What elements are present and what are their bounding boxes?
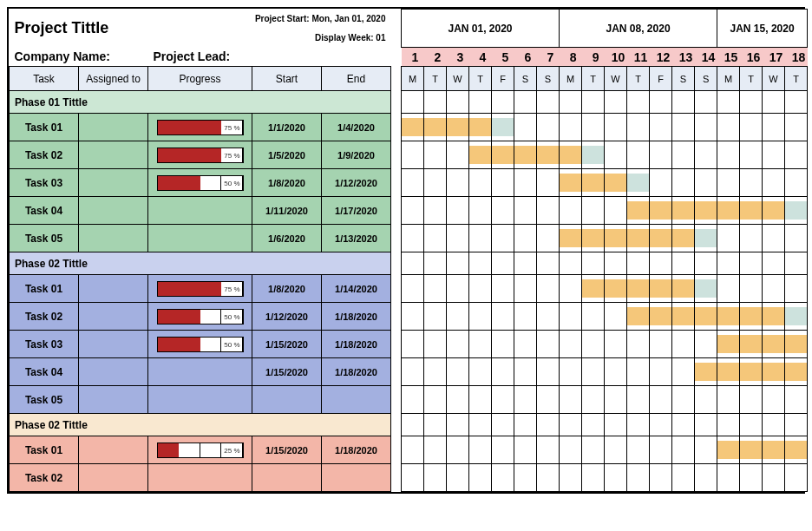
- progress-bar: 75 %: [157, 281, 244, 297]
- calendar-cell: [537, 252, 560, 275]
- task-name: Task 01: [10, 275, 79, 303]
- calendar-cell: [537, 464, 560, 492]
- assigned-to: [79, 275, 148, 303]
- calendar-cell: [650, 252, 672, 275]
- calendar-cell: [492, 414, 514, 436]
- week-header: JAN 01, 2020: [402, 10, 560, 48]
- calendar-cell: [537, 358, 560, 386]
- calendar-cell: [605, 303, 627, 331]
- calendar-cell: [582, 169, 605, 197]
- task-name: Task 02: [10, 141, 79, 169]
- calendar-cell: [492, 358, 514, 386]
- calendar-cell: [424, 197, 447, 225]
- calendar-cell: [537, 386, 560, 414]
- calendar-cell: [492, 114, 514, 141]
- start-date: 1/12/2020: [252, 303, 322, 331]
- task-name: Task 01: [10, 436, 79, 464]
- progress-label: 75 %: [224, 285, 239, 292]
- calendar-cell: [447, 436, 469, 464]
- calendar-cell: [740, 331, 763, 358]
- calendar-cell: [695, 464, 717, 492]
- calendar-cell: [492, 197, 514, 225]
- column-header-assigned: Assigned to: [79, 67, 148, 91]
- progress-label: 75 %: [224, 123, 239, 131]
- progress-cell: 75 %: [148, 141, 252, 169]
- calendar-cell: [560, 303, 582, 331]
- calendar-cell: [717, 169, 740, 197]
- calendar-cell: [537, 114, 560, 141]
- calendar-cell: [627, 197, 650, 225]
- end-date: 1/4/2020: [322, 114, 391, 141]
- calendar-cell: [469, 225, 492, 252]
- calendar-cell: [447, 141, 469, 169]
- task-name: Task 01: [10, 114, 79, 141]
- day-letter: M: [717, 67, 740, 91]
- calendar-cell: [695, 252, 717, 275]
- calendar-cell: [537, 169, 560, 197]
- calendar-cell: [650, 91, 672, 114]
- calendar-cell: [402, 169, 424, 197]
- calendar-cell: [763, 358, 785, 386]
- calendar-cell: [695, 331, 717, 358]
- assigned-to: [79, 464, 148, 492]
- calendar-cell: [672, 114, 695, 141]
- calendar-cell: [469, 414, 492, 436]
- calendar-cell: [627, 464, 650, 492]
- project-start-label: Project Start: Mon, Jan 01, 2020: [252, 10, 391, 29]
- calendar-cell: [740, 275, 763, 303]
- end-date: 1/18/2020: [322, 331, 391, 358]
- calendar-cell: [447, 464, 469, 492]
- calendar-cell: [695, 358, 717, 386]
- calendar-cell: [560, 225, 582, 252]
- calendar-cell: [514, 169, 537, 197]
- calendar-cell: [514, 91, 537, 114]
- calendar-cell: [492, 386, 514, 414]
- calendar-cell: [605, 386, 627, 414]
- calendar-cell: [424, 275, 447, 303]
- calendar-cell: [424, 252, 447, 275]
- calendar-cell: [537, 436, 560, 464]
- calendar-cell: [492, 91, 514, 114]
- calendar-cell: [672, 91, 695, 114]
- calendar-cell: [469, 169, 492, 197]
- day-number: 14: [695, 48, 717, 67]
- end-date: 1/17/2020: [322, 197, 391, 225]
- calendar-cell: [537, 275, 560, 303]
- task-name: Task 05: [10, 386, 79, 414]
- calendar-cell: [514, 252, 537, 275]
- calendar-cell: [447, 91, 469, 114]
- calendar-cell: [672, 275, 695, 303]
- calendar-cell: [763, 303, 785, 331]
- day-number: 11: [627, 48, 650, 67]
- calendar-cell: [560, 436, 582, 464]
- progress-cell: 50 %: [148, 331, 252, 358]
- calendar-cell: [785, 91, 808, 114]
- calendar-cell: [695, 386, 717, 414]
- calendar-cell: [605, 114, 627, 141]
- calendar-cell: [740, 91, 763, 114]
- day-number: 13: [672, 48, 695, 67]
- calendar-cell: [650, 225, 672, 252]
- calendar-cell: [627, 331, 650, 358]
- calendar-cell: [537, 197, 560, 225]
- task-name: Task 04: [10, 358, 79, 386]
- calendar-cell: [582, 225, 605, 252]
- day-number: 12: [650, 48, 672, 67]
- calendar-cell: [492, 436, 514, 464]
- progress-bar: 75 %: [157, 148, 244, 163]
- calendar-cell: [402, 275, 424, 303]
- calendar-cell: [717, 386, 740, 414]
- progress-label: 50 %: [224, 312, 239, 320]
- calendar-cell: [627, 114, 650, 141]
- calendar-cell: [717, 275, 740, 303]
- calendar-cell: [627, 225, 650, 252]
- assigned-to: [79, 386, 148, 414]
- calendar-cell: [740, 252, 763, 275]
- task-name: Task 05: [10, 225, 79, 252]
- calendar-cell: [785, 114, 808, 141]
- calendar-cell: [537, 91, 560, 114]
- calendar-cell: [447, 197, 469, 225]
- calendar-cell: [537, 414, 560, 436]
- calendar-cell: [672, 303, 695, 331]
- progress-bar: 50 %: [157, 337, 244, 352]
